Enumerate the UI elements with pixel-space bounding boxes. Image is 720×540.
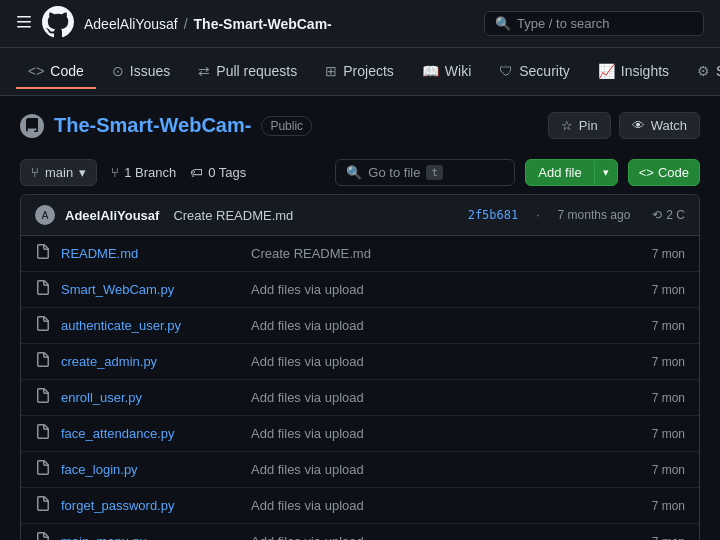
file-commit-msg: Add files via upload: [251, 354, 615, 369]
watch-label: Watch: [651, 118, 687, 133]
pin-button[interactable]: ☆ Pin: [548, 112, 611, 139]
branch-count-link[interactable]: ⑂ 1 Branch: [111, 165, 176, 180]
branch-fork-icon: ⑂: [111, 165, 119, 180]
tab-security[interactable]: 🛡 Security: [487, 55, 582, 89]
tab-insights-label: Insights: [621, 63, 669, 79]
file-icon: [35, 460, 51, 479]
insights-icon: 📈: [598, 63, 615, 79]
file-table: A AdeelAliYousaf Create README.md 2f5b68…: [20, 194, 700, 540]
file-name[interactable]: forget_password.py: [61, 498, 241, 513]
add-file-label[interactable]: Add file: [526, 160, 593, 185]
table-row: main_menu.py Add files via upload 7 mon: [21, 524, 699, 540]
tab-wiki[interactable]: 📖 Wiki: [410, 55, 483, 89]
file-icon: [35, 316, 51, 335]
pin-label: Pin: [579, 118, 598, 133]
file-name[interactable]: face_attendance.py: [61, 426, 241, 441]
add-file-caret-icon[interactable]: ▾: [594, 161, 617, 184]
issues-icon: ⊙: [112, 63, 124, 79]
tab-settings-label: Settings: [716, 63, 720, 79]
file-time: 7 mon: [625, 463, 685, 477]
repo-avatar: [20, 114, 44, 138]
table-row: README.md Create README.md 7 mon: [21, 236, 699, 272]
file-time: 7 mon: [625, 391, 685, 405]
branch-icon: ⑂: [31, 165, 39, 180]
file-time: 7 mon: [625, 319, 685, 333]
file-name[interactable]: enroll_user.py: [61, 390, 241, 405]
go-to-file-placeholder: Go to file: [368, 165, 420, 180]
tag-count-link[interactable]: 🏷 0 Tags: [190, 165, 246, 180]
table-row: face_attendance.py Add files via upload …: [21, 416, 699, 452]
top-bar: AdeelAliYousaf / The-Smart-WebCam- 🔍 Typ…: [0, 0, 720, 48]
file-commit-msg: Create README.md: [251, 246, 615, 261]
go-to-file-input[interactable]: 🔍 Go to file t: [335, 159, 515, 186]
table-row: create_admin.py Add files via upload 7 m…: [21, 344, 699, 380]
github-logo[interactable]: [42, 6, 74, 41]
code-label: Code: [658, 165, 689, 180]
tab-code-label: Code: [50, 63, 83, 79]
tab-settings[interactable]: ⚙ Settings: [685, 55, 720, 89]
file-time: 7 mon: [625, 427, 685, 441]
search-icon: 🔍: [495, 16, 511, 31]
commit-author-name[interactable]: AdeelAliYousaf: [65, 208, 159, 223]
file-name[interactable]: README.md: [61, 246, 241, 261]
search-bar[interactable]: 🔍 Type / to search: [484, 11, 704, 36]
file-commit-msg: Add files via upload: [251, 534, 615, 540]
projects-icon: ⊞: [325, 63, 337, 79]
hamburger-icon[interactable]: [16, 14, 32, 33]
file-icon: [35, 352, 51, 371]
tab-insights[interactable]: 📈 Insights: [586, 55, 681, 89]
file-time: 7 mon: [625, 247, 685, 261]
file-commit-msg: Add files via upload: [251, 462, 615, 477]
tab-pr-label: Pull requests: [216, 63, 297, 79]
pr-icon: ⇄: [198, 63, 210, 79]
wiki-icon: 📖: [422, 63, 439, 79]
code-icon-btn: <>: [639, 165, 654, 180]
repo-actions: ☆ Pin 👁 Watch: [548, 112, 700, 139]
commit-history[interactable]: ⟲ 2 C: [652, 208, 685, 222]
commit-hash[interactable]: 2f5b681: [468, 208, 519, 222]
table-row: forget_password.py Add files via upload …: [21, 488, 699, 524]
file-name[interactable]: face_login.py: [61, 462, 241, 477]
tag-count-label: 0 Tags: [208, 165, 246, 180]
file-icon: [35, 388, 51, 407]
code-button[interactable]: <> Code: [628, 159, 700, 186]
table-row: face_login.py Add files via upload 7 mon: [21, 452, 699, 488]
tag-icon: 🏷: [190, 165, 203, 180]
watch-button[interactable]: 👁 Watch: [619, 112, 700, 139]
commit-author-avatar: A: [35, 205, 55, 225]
tab-wiki-label: Wiki: [445, 63, 471, 79]
table-row: authenticate_user.py Add files via uploa…: [21, 308, 699, 344]
watch-icon: 👁: [632, 118, 645, 133]
visibility-badge: Public: [261, 116, 312, 136]
file-name[interactable]: authenticate_user.py: [61, 318, 241, 333]
file-name[interactable]: main_menu.py: [61, 534, 241, 540]
branch-info: ⑂ 1 Branch 🏷 0 Tags: [111, 165, 246, 180]
tab-issues[interactable]: ⊙ Issues: [100, 55, 182, 89]
file-commit-msg: Add files via upload: [251, 282, 615, 297]
breadcrumb: AdeelAliYousaf / The-Smart-WebCam-: [84, 16, 332, 32]
branch-name: main: [45, 165, 73, 180]
commit-time-label: 7 months ago: [558, 208, 631, 222]
repo-nav: <> Code ⊙ Issues ⇄ Pull requests ⊞ Proje…: [0, 48, 720, 96]
commit-message[interactable]: Create README.md: [173, 208, 293, 223]
tab-projects-label: Projects: [343, 63, 394, 79]
breadcrumb-user[interactable]: AdeelAliYousaf: [84, 16, 178, 32]
branch-selector[interactable]: ⑂ main ▾: [20, 159, 97, 186]
add-file-button[interactable]: Add file ▾: [525, 159, 617, 186]
tab-issues-label: Issues: [130, 63, 170, 79]
commit-history-count: 2 C: [666, 208, 685, 222]
repo-header: The-Smart-WebCam- Public ☆ Pin 👁 Watch: [0, 96, 720, 151]
file-icon: [35, 244, 51, 263]
repo-name[interactable]: The-Smart-WebCam-: [54, 114, 251, 137]
file-name[interactable]: Smart_WebCam.py: [61, 282, 241, 297]
file-icon: [35, 280, 51, 299]
file-commit-msg: Add files via upload: [251, 426, 615, 441]
file-time: 7 mon: [625, 535, 685, 541]
file-name[interactable]: create_admin.py: [61, 354, 241, 369]
latest-commit-row: A AdeelAliYousaf Create README.md 2f5b68…: [21, 195, 699, 236]
tab-projects[interactable]: ⊞ Projects: [313, 55, 406, 89]
tab-code[interactable]: <> Code: [16, 55, 96, 89]
tab-pull-requests[interactable]: ⇄ Pull requests: [186, 55, 309, 89]
pin-icon: ☆: [561, 118, 573, 133]
breadcrumb-repo[interactable]: The-Smart-WebCam-: [194, 16, 332, 32]
